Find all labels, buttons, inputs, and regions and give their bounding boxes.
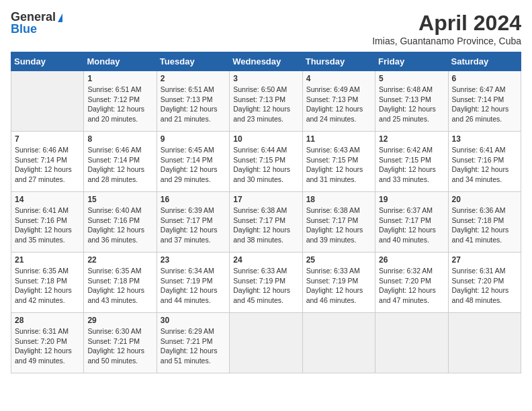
calendar-week-5: 28Sunrise: 6:31 AMSunset: 7:20 PMDayligh… <box>11 313 521 373</box>
day-info: Sunrise: 6:49 AMSunset: 7:13 PMDaylight:… <box>306 85 371 124</box>
day-info: Sunrise: 6:47 AMSunset: 7:14 PMDaylight:… <box>452 85 517 124</box>
calendar-cell: 29Sunrise: 6:30 AMSunset: 7:21 PMDayligh… <box>84 313 157 373</box>
day-number: 10 <box>233 134 298 144</box>
day-info: Sunrise: 6:35 AMSunset: 7:18 PMDaylight:… <box>15 266 80 306</box>
calendar-cell: 21Sunrise: 6:35 AMSunset: 7:18 PMDayligh… <box>11 253 84 313</box>
calendar-cell: 19Sunrise: 6:37 AMSunset: 7:17 PMDayligh… <box>375 192 448 253</box>
col-header-thursday: Thursday <box>302 52 375 71</box>
month-title: April 2024 <box>372 11 521 36</box>
day-number: 27 <box>452 255 517 265</box>
day-info: Sunrise: 6:50 AMSunset: 7:13 PMDaylight:… <box>233 85 298 124</box>
calendar-cell: 1Sunrise: 6:51 AMSunset: 7:12 PMDaylight… <box>84 71 157 132</box>
location-subtitle: Imias, Guantanamo Province, Cuba <box>372 36 521 46</box>
day-info: Sunrise: 6:38 AMSunset: 7:17 PMDaylight:… <box>306 205 371 245</box>
calendar-cell: 2Sunrise: 6:51 AMSunset: 7:13 PMDaylight… <box>157 71 229 132</box>
day-info: Sunrise: 6:31 AMSunset: 7:20 PMDaylight:… <box>452 266 517 306</box>
day-info: Sunrise: 6:51 AMSunset: 7:13 PMDaylight:… <box>161 85 226 124</box>
calendar-table: SundayMondayTuesdayWednesdayThursdayFrid… <box>11 52 521 373</box>
calendar-cell: 9Sunrise: 6:45 AMSunset: 7:14 PMDaylight… <box>157 132 229 192</box>
calendar-cell: 11Sunrise: 6:43 AMSunset: 7:15 PMDayligh… <box>302 132 375 192</box>
day-number: 3 <box>233 74 298 83</box>
calendar-cell <box>302 313 375 373</box>
day-info: Sunrise: 6:43 AMSunset: 7:15 PMDaylight:… <box>306 145 371 185</box>
logo-triangle-icon <box>58 13 62 22</box>
day-number: 20 <box>452 195 517 204</box>
day-number: 7 <box>15 134 80 144</box>
calendar-cell: 13Sunrise: 6:41 AMSunset: 7:16 PMDayligh… <box>448 132 521 192</box>
logo: General Blue <box>11 11 62 35</box>
day-number: 4 <box>306 74 371 83</box>
day-info: Sunrise: 6:46 AMSunset: 7:14 PMDaylight:… <box>15 145 80 185</box>
calendar-cell <box>448 313 521 373</box>
calendar-week-1: 1Sunrise: 6:51 AMSunset: 7:12 PMDaylight… <box>11 71 521 132</box>
calendar-cell: 7Sunrise: 6:46 AMSunset: 7:14 PMDaylight… <box>11 132 84 192</box>
calendar-cell: 5Sunrise: 6:48 AMSunset: 7:13 PMDaylight… <box>375 71 448 132</box>
day-number: 22 <box>87 255 152 265</box>
calendar-cell: 4Sunrise: 6:49 AMSunset: 7:13 PMDaylight… <box>302 71 375 132</box>
day-number: 13 <box>452 134 517 144</box>
day-number: 14 <box>15 195 80 204</box>
col-header-saturday: Saturday <box>448 52 521 71</box>
day-info: Sunrise: 6:46 AMSunset: 7:14 PMDaylight:… <box>87 145 152 185</box>
calendar-cell: 14Sunrise: 6:41 AMSunset: 7:16 PMDayligh… <box>11 192 84 253</box>
day-info: Sunrise: 6:51 AMSunset: 7:12 PMDaylight:… <box>87 85 152 124</box>
logo-general-text: General <box>11 11 56 23</box>
day-number: 30 <box>161 316 226 325</box>
calendar-week-4: 21Sunrise: 6:35 AMSunset: 7:18 PMDayligh… <box>11 253 521 313</box>
day-number: 12 <box>379 134 444 144</box>
day-info: Sunrise: 6:33 AMSunset: 7:19 PMDaylight:… <box>306 266 371 306</box>
calendar-week-3: 14Sunrise: 6:41 AMSunset: 7:16 PMDayligh… <box>11 192 521 253</box>
day-number: 8 <box>87 134 152 144</box>
day-info: Sunrise: 6:35 AMSunset: 7:18 PMDaylight:… <box>87 266 152 306</box>
day-info: Sunrise: 6:38 AMSunset: 7:17 PMDaylight:… <box>233 205 298 245</box>
day-number: 15 <box>87 195 152 204</box>
calendar-header-row: SundayMondayTuesdayWednesdayThursdayFrid… <box>11 52 521 71</box>
day-number: 23 <box>161 255 226 265</box>
day-info: Sunrise: 6:48 AMSunset: 7:13 PMDaylight:… <box>379 85 444 124</box>
day-info: Sunrise: 6:39 AMSunset: 7:17 PMDaylight:… <box>161 205 226 245</box>
day-number: 29 <box>87 316 152 325</box>
day-info: Sunrise: 6:32 AMSunset: 7:20 PMDaylight:… <box>379 266 444 306</box>
logo-blue-text: Blue <box>11 23 62 35</box>
calendar-cell: 27Sunrise: 6:31 AMSunset: 7:20 PMDayligh… <box>448 253 521 313</box>
day-info: Sunrise: 6:37 AMSunset: 7:17 PMDaylight:… <box>379 205 444 245</box>
day-number: 17 <box>233 195 298 204</box>
day-info: Sunrise: 6:31 AMSunset: 7:20 PMDaylight:… <box>15 326 80 366</box>
calendar-cell: 28Sunrise: 6:31 AMSunset: 7:20 PMDayligh… <box>11 313 84 373</box>
day-number: 24 <box>233 255 298 265</box>
day-info: Sunrise: 6:45 AMSunset: 7:14 PMDaylight:… <box>161 145 226 185</box>
day-info: Sunrise: 6:33 AMSunset: 7:19 PMDaylight:… <box>233 266 298 306</box>
calendar-cell: 12Sunrise: 6:42 AMSunset: 7:15 PMDayligh… <box>375 132 448 192</box>
day-info: Sunrise: 6:34 AMSunset: 7:19 PMDaylight:… <box>161 266 226 306</box>
day-number: 6 <box>452 74 517 83</box>
calendar-week-2: 7Sunrise: 6:46 AMSunset: 7:14 PMDaylight… <box>11 132 521 192</box>
calendar-cell: 25Sunrise: 6:33 AMSunset: 7:19 PMDayligh… <box>302 253 375 313</box>
calendar-cell: 6Sunrise: 6:47 AMSunset: 7:14 PMDaylight… <box>448 71 521 132</box>
calendar-cell: 8Sunrise: 6:46 AMSunset: 7:14 PMDaylight… <box>84 132 157 192</box>
day-number: 16 <box>161 195 226 204</box>
col-header-sunday: Sunday <box>11 52 84 71</box>
day-number: 28 <box>15 316 80 325</box>
calendar-cell: 20Sunrise: 6:36 AMSunset: 7:18 PMDayligh… <box>448 192 521 253</box>
calendar-cell: 24Sunrise: 6:33 AMSunset: 7:19 PMDayligh… <box>230 253 302 313</box>
calendar-cell <box>11 71 84 132</box>
calendar-cell: 15Sunrise: 6:40 AMSunset: 7:16 PMDayligh… <box>84 192 157 253</box>
day-number: 11 <box>306 134 371 144</box>
day-number: 21 <box>15 255 80 265</box>
day-number: 1 <box>87 74 152 83</box>
day-info: Sunrise: 6:41 AMSunset: 7:16 PMDaylight:… <box>452 145 517 185</box>
day-number: 2 <box>161 74 226 83</box>
calendar-cell: 23Sunrise: 6:34 AMSunset: 7:19 PMDayligh… <box>157 253 229 313</box>
calendar-cell <box>375 313 448 373</box>
col-header-wednesday: Wednesday <box>230 52 302 71</box>
day-number: 25 <box>306 255 371 265</box>
col-header-tuesday: Tuesday <box>157 52 229 71</box>
calendar-cell <box>230 313 302 373</box>
page-header: General Blue April 2024 Imias, Guantanam… <box>11 11 521 46</box>
day-number: 26 <box>379 255 444 265</box>
day-info: Sunrise: 6:36 AMSunset: 7:18 PMDaylight:… <box>452 205 517 245</box>
calendar-cell: 18Sunrise: 6:38 AMSunset: 7:17 PMDayligh… <box>302 192 375 253</box>
day-info: Sunrise: 6:42 AMSunset: 7:15 PMDaylight:… <box>379 145 444 185</box>
day-number: 9 <box>161 134 226 144</box>
day-number: 18 <box>306 195 371 204</box>
